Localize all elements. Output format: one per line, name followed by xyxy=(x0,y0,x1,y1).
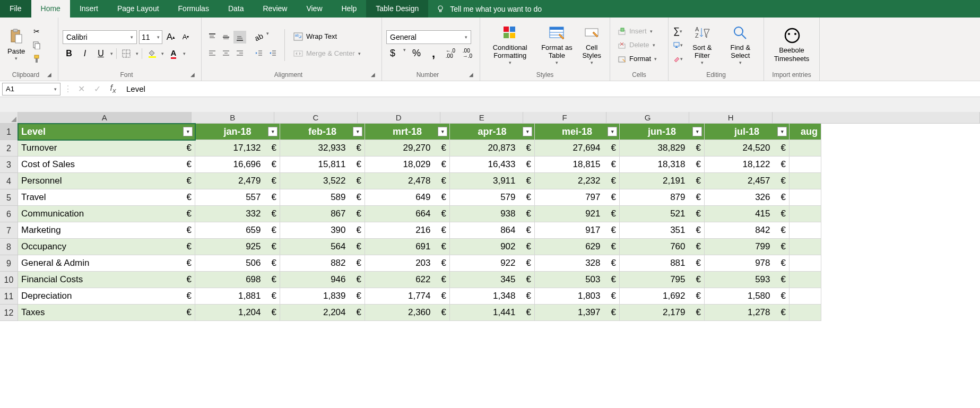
data-cell[interactable]: 629€ xyxy=(535,239,620,255)
data-cell[interactable]: 1,397€ xyxy=(535,305,620,321)
percent-format-button[interactable]: % xyxy=(410,47,423,60)
font-color-button[interactable]: A xyxy=(167,47,180,60)
data-cell[interactable]: 1,881€ xyxy=(195,288,280,305)
data-cell[interactable]: 1,204€ xyxy=(195,305,280,321)
enter-formula-button[interactable]: ✓ xyxy=(89,84,105,94)
filter-dropdown-button[interactable]: ▾ xyxy=(183,127,193,136)
data-cell[interactable] xyxy=(790,305,821,321)
data-cell[interactable]: 797€ xyxy=(535,189,620,206)
data-cell[interactable]: 2,191€ xyxy=(620,173,705,189)
data-cell[interactable]: 390€ xyxy=(280,222,365,239)
alignment-dialog-launcher[interactable]: ◢ xyxy=(371,72,377,78)
row-label-cell[interactable]: Marketing€ xyxy=(18,222,195,239)
chevron-down-icon[interactable]: ▾ xyxy=(161,51,164,56)
row-header[interactable]: 10 xyxy=(0,272,18,288)
row-label-cell[interactable]: Depreciation€ xyxy=(18,288,195,305)
decrease-decimal-button[interactable]: .00→.0 xyxy=(461,47,474,60)
data-cell[interactable]: 2,360€ xyxy=(365,305,450,321)
data-cell[interactable]: 20,873€ xyxy=(450,140,535,157)
data-cell[interactable]: 3,911€ xyxy=(450,173,535,189)
data-cell[interactable]: 938€ xyxy=(450,206,535,222)
data-cell[interactable]: 16,433€ xyxy=(450,157,535,173)
data-cell[interactable]: 2,179€ xyxy=(620,305,705,321)
column-header[interactable]: G xyxy=(606,112,689,124)
chevron-down-icon[interactable]: ▾ xyxy=(266,31,269,44)
data-cell[interactable]: 1,839€ xyxy=(280,288,365,305)
filter-dropdown-button[interactable]: ▾ xyxy=(268,127,277,136)
data-cell[interactable] xyxy=(790,189,821,206)
filter-dropdown-button[interactable]: ▾ xyxy=(692,127,702,136)
data-cell[interactable]: 881€ xyxy=(620,255,705,272)
table-header-cell[interactable]: jul-18▾ xyxy=(705,124,790,140)
data-cell[interactable]: 622€ xyxy=(365,272,450,288)
table-header-cell[interactable]: Level▾ xyxy=(18,124,195,140)
cells-area[interactable]: Level▾jan-18▾feb-18▾mrt-18▾apr-18▾mei-18… xyxy=(18,124,980,321)
data-cell[interactable]: 521€ xyxy=(620,206,705,222)
data-cell[interactable]: 16,696€ xyxy=(195,157,280,173)
filter-dropdown-button[interactable]: ▾ xyxy=(777,127,787,136)
row-label-cell[interactable]: Taxes€ xyxy=(18,305,195,321)
data-cell[interactable]: 203€ xyxy=(365,255,450,272)
tab-page-layout[interactable]: Page Layout xyxy=(108,0,169,18)
data-cell[interactable]: 946€ xyxy=(280,272,365,288)
align-center-button[interactable] xyxy=(220,47,232,59)
format-cells-button[interactable]: Format▾ xyxy=(614,53,664,65)
number-format-select[interactable]: General▾ xyxy=(386,30,471,44)
row-label-cell[interactable]: Turnover€ xyxy=(18,140,195,157)
fill-color-button[interactable] xyxy=(145,47,158,60)
data-cell[interactable]: 1,692€ xyxy=(620,288,705,305)
data-cell[interactable] xyxy=(790,173,821,189)
row-header[interactable]: 7 xyxy=(0,222,18,239)
align-bottom-button[interactable] xyxy=(233,31,246,44)
data-cell[interactable]: 1,774€ xyxy=(365,288,450,305)
row-label-cell[interactable]: General & Admin€ xyxy=(18,255,195,272)
cancel-formula-button[interactable]: ✕ xyxy=(73,84,89,94)
cut-button[interactable]: ✂ xyxy=(30,25,43,38)
column-header[interactable]: F xyxy=(523,112,606,124)
align-right-button[interactable] xyxy=(233,47,246,59)
data-cell[interactable]: 415€ xyxy=(705,206,790,222)
comma-format-button[interactable]: , xyxy=(427,47,440,60)
data-cell[interactable]: 32,933€ xyxy=(280,140,365,157)
data-cell[interactable]: 2,232€ xyxy=(535,173,620,189)
fill-button[interactable]: ▾ xyxy=(673,39,683,51)
data-cell[interactable] xyxy=(790,288,821,305)
filter-dropdown-button[interactable]: ▾ xyxy=(608,127,617,136)
data-cell[interactable]: 3,522€ xyxy=(280,173,365,189)
font-name-select[interactable]: Calibri▾ xyxy=(63,30,137,44)
data-cell[interactable] xyxy=(790,222,821,239)
data-cell[interactable]: 2,478€ xyxy=(365,173,450,189)
accounting-format-button[interactable]: $ xyxy=(386,47,399,60)
beebole-button[interactable]: Beebole Timesheets xyxy=(768,25,815,65)
data-cell[interactable]: 691€ xyxy=(365,239,450,255)
sort-filter-button[interactable]: AZ Sort & Filter▾ xyxy=(685,22,719,68)
data-cell[interactable]: 579€ xyxy=(450,189,535,206)
column-header[interactable]: H xyxy=(689,112,772,124)
column-header[interactable]: D xyxy=(358,112,440,124)
data-cell[interactable] xyxy=(790,272,821,288)
data-cell[interactable]: 925€ xyxy=(195,239,280,255)
merge-center-button[interactable]: Merge & Center ▾ xyxy=(290,47,364,60)
data-cell[interactable]: 593€ xyxy=(705,272,790,288)
align-left-button[interactable] xyxy=(206,47,219,59)
row-label-cell[interactable]: Cost of Sales€ xyxy=(18,157,195,173)
select-all-corner[interactable] xyxy=(0,112,18,124)
chevron-down-icon[interactable]: ▾ xyxy=(403,47,406,60)
borders-button[interactable] xyxy=(120,47,133,60)
chevron-down-icon[interactable]: ▾ xyxy=(136,51,138,56)
underline-button[interactable]: U xyxy=(94,47,107,60)
insert-cells-button[interactable]: Insert▾ xyxy=(614,25,664,38)
insert-function-button[interactable]: fx xyxy=(105,83,121,94)
data-cell[interactable]: 15,811€ xyxy=(280,157,365,173)
data-cell[interactable]: 1,348€ xyxy=(450,288,535,305)
increase-indent-button[interactable] xyxy=(266,47,279,59)
find-select-button[interactable]: Find & Select▾ xyxy=(722,22,759,68)
data-cell[interactable]: 867€ xyxy=(280,206,365,222)
data-cell[interactable]: 698€ xyxy=(195,272,280,288)
row-label-cell[interactable]: Personnel€ xyxy=(18,173,195,189)
row-header[interactable]: 2 xyxy=(0,140,18,157)
row-header[interactable]: 8 xyxy=(0,239,18,255)
row-label-cell[interactable]: Travel€ xyxy=(18,189,195,206)
font-dialog-launcher[interactable]: ◢ xyxy=(190,72,197,78)
tab-view[interactable]: View xyxy=(297,0,332,18)
